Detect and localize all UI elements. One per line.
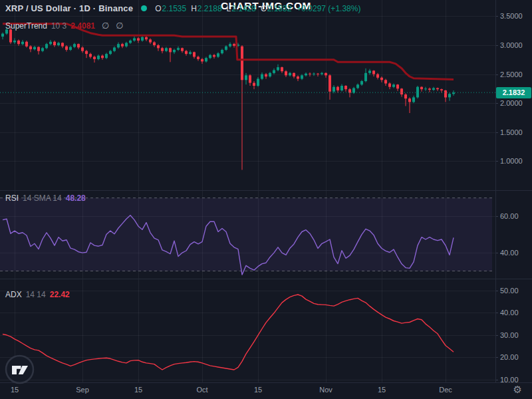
supertrend-legend-value: 2.4081 bbox=[70, 21, 95, 31]
market-status-icon bbox=[141, 5, 147, 11]
price-axis-label: 40.00 bbox=[500, 309, 519, 317]
price-axis-label: 60.00 bbox=[500, 212, 519, 220]
price-axis-label: 1.0000 bbox=[500, 157, 523, 165]
tradingview-logo-icon bbox=[5, 354, 35, 384]
high-label: H bbox=[191, 4, 197, 13]
low-value: 2.1428 bbox=[231, 4, 256, 13]
rsi-legend-title: RSI bbox=[5, 194, 19, 203]
price-axis-label: 20.00 bbox=[500, 353, 519, 361]
supertrend-legend-params: 10 3 bbox=[51, 21, 66, 31]
time-axis-label: 15 bbox=[134, 386, 142, 394]
close-value: 2.1832 bbox=[267, 4, 292, 13]
gridlines bbox=[0, 0, 532, 383]
price-axis-label: 30.00 bbox=[500, 331, 519, 339]
open-value: 2.1535 bbox=[162, 4, 186, 13]
supertrend-legend[interactable]: SuperTrend 10 3 2.4081 ∅ ∅ bbox=[5, 21, 124, 31]
open-label: O bbox=[155, 4, 161, 13]
time-axis-label: Oct bbox=[196, 386, 207, 394]
price-axis-label: 2.0000 bbox=[500, 99, 523, 107]
symbol-title[interactable]: XRP / US Dollar · 1D · Binance bbox=[5, 3, 133, 13]
price-axis-label: 3.5000 bbox=[500, 12, 523, 20]
empty-set-icon: ∅ bbox=[102, 21, 109, 31]
adx-legend[interactable]: ADX 14 14 22.42 bbox=[5, 290, 70, 299]
candlestick-series bbox=[1, 27, 455, 170]
settings-gear-icon[interactable]: ⚙ bbox=[513, 384, 522, 396]
rsi-legend-params: 14 SMA 14 bbox=[23, 194, 62, 203]
price-axis-label: 50.00 bbox=[500, 287, 519, 295]
price-change: +0.0297 (+1.38%) bbox=[297, 4, 360, 13]
supertrend-legend-title: SuperTrend bbox=[5, 21, 47, 31]
high-value: 2.2188 bbox=[198, 4, 222, 13]
tradingview-chart: 15Sep15Oct15Nov15Dec3.50003.00002.50002.… bbox=[0, 0, 532, 399]
supertrend-line bbox=[3, 24, 454, 80]
price-axis-label: 40.00 bbox=[500, 249, 519, 257]
price-axis-label: 10.00 bbox=[500, 376, 519, 384]
time-axis-label: Nov bbox=[319, 386, 332, 394]
low-label: L bbox=[227, 4, 231, 13]
rsi-legend[interactable]: RSI 14 SMA 14 48.28 bbox=[5, 194, 86, 203]
price-axis-label: 1.5000 bbox=[500, 128, 523, 136]
close-label: C bbox=[261, 4, 267, 13]
time-axis-label: 15 bbox=[378, 386, 386, 394]
price-axis-label: 3.0000 bbox=[500, 41, 523, 49]
rsi-legend-value: 48.28 bbox=[66, 194, 86, 203]
rsi-band bbox=[0, 198, 492, 271]
price-axis-label: 2.5000 bbox=[500, 70, 523, 78]
adx-line bbox=[3, 295, 454, 370]
time-axis-label: Dec bbox=[439, 386, 452, 394]
chart-header: XRP / US Dollar · 1D · Binance O2.1535 H… bbox=[5, 3, 360, 13]
empty-set-icon: ∅ bbox=[116, 21, 123, 31]
tradingview-logo[interactable] bbox=[5, 354, 35, 387]
adx-legend-title: ADX bbox=[5, 290, 22, 299]
last-price-label: 2.1832 bbox=[496, 87, 531, 98]
adx-legend-value: 22.42 bbox=[50, 290, 70, 299]
adx-legend-params: 14 14 bbox=[26, 290, 46, 299]
ohlc-values: O2.1535 H2.2188 L2.1428 C2.1832 bbox=[155, 4, 291, 13]
time-axis-label: 15 bbox=[254, 386, 262, 394]
time-axis-label: Sep bbox=[76, 386, 89, 394]
